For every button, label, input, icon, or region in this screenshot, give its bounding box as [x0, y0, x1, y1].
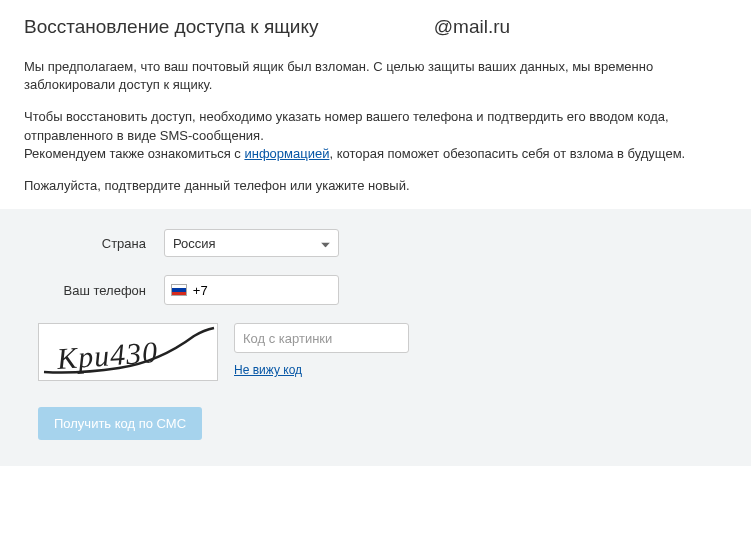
info-text: Мы предполагаем, что ваш почтовый ящик б…	[24, 58, 727, 195]
captcha-row: Kpu430 Не вижу код	[38, 323, 727, 381]
svg-text:Kpu430: Kpu430	[55, 335, 159, 375]
form-area: Страна Россия Ваш телефон Kpu430	[0, 209, 751, 466]
paragraph-3: Рекомендуем также ознакомиться с информа…	[24, 145, 727, 163]
title-email: @mail.ru	[434, 16, 510, 37]
phone-row: Ваш телефон	[24, 275, 727, 305]
captcha-field[interactable]	[234, 323, 409, 353]
submit-button[interactable]: Получить код по СМС	[38, 407, 202, 440]
country-label: Страна	[24, 236, 164, 251]
paragraph-2: Чтобы восстановить доступ, необходимо ук…	[24, 108, 727, 144]
phone-input-wrap[interactable]	[164, 275, 339, 305]
phone-label: Ваш телефон	[24, 283, 164, 298]
captcha-controls: Не вижу код	[234, 323, 409, 377]
country-value: Россия	[173, 236, 216, 251]
info-link[interactable]: информацией	[244, 146, 329, 161]
phone-field[interactable]	[193, 283, 332, 298]
chevron-down-icon	[321, 236, 330, 251]
captcha-image: Kpu430	[38, 323, 218, 381]
paragraph-1: Мы предполагаем, что ваш почтовый ящик б…	[24, 58, 727, 94]
captcha-refresh-link[interactable]: Не вижу код	[234, 363, 302, 377]
country-row: Страна Россия	[24, 229, 727, 257]
country-select[interactable]: Россия	[164, 229, 339, 257]
flag-russia-icon	[171, 284, 187, 296]
page-title: Восстановление доступа к ящику @mail.ru	[24, 16, 727, 38]
paragraph-4: Пожалуйста, подтвердите данный телефон и…	[24, 177, 727, 195]
title-prefix: Восстановление доступа к ящику	[24, 16, 318, 37]
